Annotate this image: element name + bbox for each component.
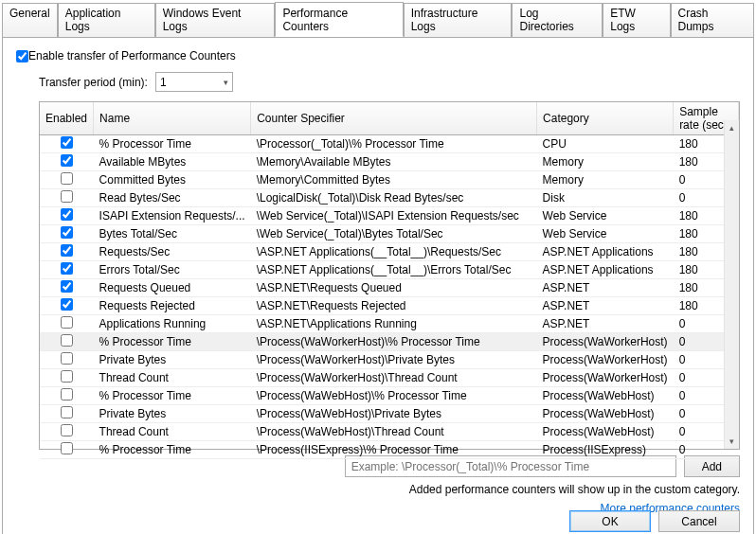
table-row[interactable]: Private Bytes\Process(WaWorkerHost)\Priv… — [40, 351, 739, 369]
tab-performance-counters[interactable]: Performance Counters — [275, 2, 403, 37]
row-spec: \ASP.NET Applications(__Total__)\Request… — [251, 243, 537, 261]
row-enabled-checkbox[interactable] — [61, 298, 73, 311]
row-name: Available MBytes — [94, 153, 251, 171]
row-name: Errors Total/Sec — [94, 261, 251, 279]
col-enabled[interactable]: Enabled — [40, 102, 94, 135]
tab-crash-dumps[interactable]: Crash Dumps — [671, 3, 754, 38]
scroll-down-icon[interactable]: ▾ — [725, 434, 739, 449]
col-category[interactable]: Category — [537, 102, 674, 135]
row-enabled-checkbox[interactable] — [61, 316, 73, 329]
ok-button[interactable]: OK — [569, 510, 651, 532]
transfer-period-combo[interactable]: 1 ▾ — [155, 72, 233, 92]
row-spec: \Web Service(_Total)\ISAPI Extension Req… — [251, 207, 537, 225]
row-spec: \ASP.NET Applications(__Total__)\Errors … — [251, 261, 537, 279]
table-row[interactable]: Read Bytes/Sec\LogicalDisk(_Total)\Disk … — [40, 189, 739, 207]
tab-general[interactable]: General — [2, 3, 58, 38]
row-enabled-checkbox[interactable] — [61, 172, 73, 185]
cancel-button[interactable]: Cancel — [658, 510, 740, 532]
table-row[interactable]: Available MBytes\Memory\Available MBytes… — [40, 153, 739, 171]
row-category: Memory — [537, 153, 674, 171]
row-category: Process(WaWebHost) — [537, 387, 674, 405]
under-grid-area: Add Added performance counters will show… — [39, 455, 740, 515]
row-spec: \LogicalDisk(_Total)\Disk Read Bytes/sec — [251, 189, 537, 207]
row-name: Requests/Sec — [94, 243, 251, 261]
row-enabled-checkbox[interactable] — [61, 208, 73, 221]
row-name: Thread Count — [94, 369, 251, 387]
row-enabled-checkbox[interactable] — [61, 136, 73, 149]
table-row[interactable]: Thread Count\Process(WaWebHost)\Thread C… — [40, 423, 739, 441]
row-name: % Processor Time — [94, 441, 251, 459]
transfer-period-row: Transfer period (min): 1 ▾ — [39, 72, 740, 92]
tab-application-logs[interactable]: Application Logs — [58, 3, 155, 38]
vertical-scrollbar[interactable]: ▴ ▾ — [724, 120, 739, 449]
row-spec: \Process(WaWorkerHost)\Thread Count — [251, 369, 537, 387]
row-category: CPU — [537, 135, 674, 153]
row-category: Process(WaWorkerHost) — [537, 333, 674, 351]
row-enabled-checkbox[interactable] — [61, 424, 73, 436]
row-spec: \Process(WaWorkerHost)\% Processor Time — [251, 333, 537, 351]
row-name: % Processor Time — [94, 387, 251, 405]
row-category: ASP.NET — [537, 315, 674, 333]
table-row[interactable]: Requests Rejected\ASP.NET\Requests Rejec… — [40, 297, 739, 315]
table-row[interactable]: Thread Count\Process(WaWorkerHost)\Threa… — [40, 369, 739, 387]
tab-windows-event-logs[interactable]: Windows Event Logs — [155, 3, 276, 38]
table-row[interactable]: % Processor Time\Process(WaWorkerHost)\%… — [40, 333, 739, 351]
table-row[interactable]: % Processor Time\Process(WaWebHost)\% Pr… — [40, 387, 739, 405]
row-enabled-checkbox[interactable] — [61, 226, 73, 239]
table-row[interactable]: % Processor Time\Processor(_Total)\% Pro… — [40, 135, 739, 153]
row-category: Process(WaWebHost) — [537, 405, 674, 423]
row-enabled-checkbox[interactable] — [61, 406, 73, 418]
row-enabled-checkbox[interactable] — [61, 244, 73, 257]
row-spec: \Process(WaWebHost)\Thread Count — [251, 423, 537, 441]
row-enabled-checkbox[interactable] — [61, 262, 73, 275]
chevron-down-icon: ▾ — [224, 78, 228, 87]
row-enabled-checkbox[interactable] — [61, 334, 73, 347]
row-name: Requests Rejected — [94, 297, 251, 315]
row-enabled-checkbox[interactable] — [61, 352, 73, 365]
table-row[interactable]: Applications Running\ASP.NET\Application… — [40, 315, 739, 333]
table-row[interactable]: Requests Queued\ASP.NET\Requests QueuedA… — [40, 279, 739, 297]
row-spec: \Web Service(_Total)\Bytes Total/Sec — [251, 225, 537, 243]
row-enabled-checkbox[interactable] — [61, 442, 73, 454]
table-row[interactable]: Bytes Total/Sec\Web Service(_Total)\Byte… — [40, 225, 739, 243]
row-name: ISAPI Extension Requests/... — [94, 207, 251, 225]
row-category: Process(WaWorkerHost) — [537, 351, 674, 369]
table-row[interactable]: Private Bytes\Process(WaWebHost)\Private… — [40, 405, 739, 423]
scroll-up-icon[interactable]: ▴ — [725, 120, 739, 135]
row-enabled-checkbox[interactable] — [61, 190, 73, 203]
table-row[interactable]: Errors Total/Sec\ASP.NET Applications(__… — [40, 261, 739, 279]
row-name: Read Bytes/Sec — [94, 189, 251, 207]
row-spec: \Memory\Committed Bytes — [251, 171, 537, 189]
row-spec: \Process(WaWebHost)\Private Bytes — [251, 405, 537, 423]
enable-transfer-checkbox[interactable] — [16, 50, 28, 62]
row-category: Disk — [537, 189, 674, 207]
custom-category-hint: Added performance counters will show up … — [39, 483, 740, 496]
table-row[interactable]: ISAPI Extension Requests/...\Web Service… — [40, 207, 739, 225]
table-row[interactable]: Committed Bytes\Memory\Committed BytesMe… — [40, 171, 739, 189]
transfer-period-value: 1 — [160, 76, 167, 89]
col-name[interactable]: Name — [94, 102, 251, 135]
row-spec: \Process(WaWorkerHost)\Private Bytes — [251, 351, 537, 369]
tab-log-directories[interactable]: Log Directories — [512, 3, 603, 38]
row-enabled-checkbox[interactable] — [61, 154, 73, 167]
row-name: Bytes Total/Sec — [94, 225, 251, 243]
row-enabled-checkbox[interactable] — [61, 388, 73, 400]
row-spec: \Process(IISExpress)\% Processor Time — [251, 441, 537, 459]
enable-transfer-label[interactable]: Enable transfer of Performance Counters — [28, 49, 236, 62]
tab-etw-logs[interactable]: ETW Logs — [603, 3, 670, 38]
col-spec[interactable]: Counter Specifier — [251, 102, 537, 135]
row-name: % Processor Time — [94, 333, 251, 351]
dialog-footer: OK Cancel — [569, 510, 740, 532]
row-spec: \ASP.NET\Applications Running — [251, 315, 537, 333]
table-row[interactable]: % Processor Time\Process(IISExpress)\% P… — [40, 441, 739, 459]
enable-transfer-row: Enable transfer of Performance Counters — [16, 49, 740, 62]
row-name: Applications Running — [94, 315, 251, 333]
tab-infrastructure-logs[interactable]: Infrastructure Logs — [404, 3, 513, 38]
table-row[interactable]: Requests/Sec\ASP.NET Applications(__Tota… — [40, 243, 739, 261]
row-category: Web Service — [537, 207, 674, 225]
row-category: Web Service — [537, 225, 674, 243]
row-category: ASP.NET Applications — [537, 243, 674, 261]
row-spec: \Memory\Available MBytes — [251, 153, 537, 171]
row-enabled-checkbox[interactable] — [61, 280, 73, 293]
row-enabled-checkbox[interactable] — [61, 370, 73, 383]
